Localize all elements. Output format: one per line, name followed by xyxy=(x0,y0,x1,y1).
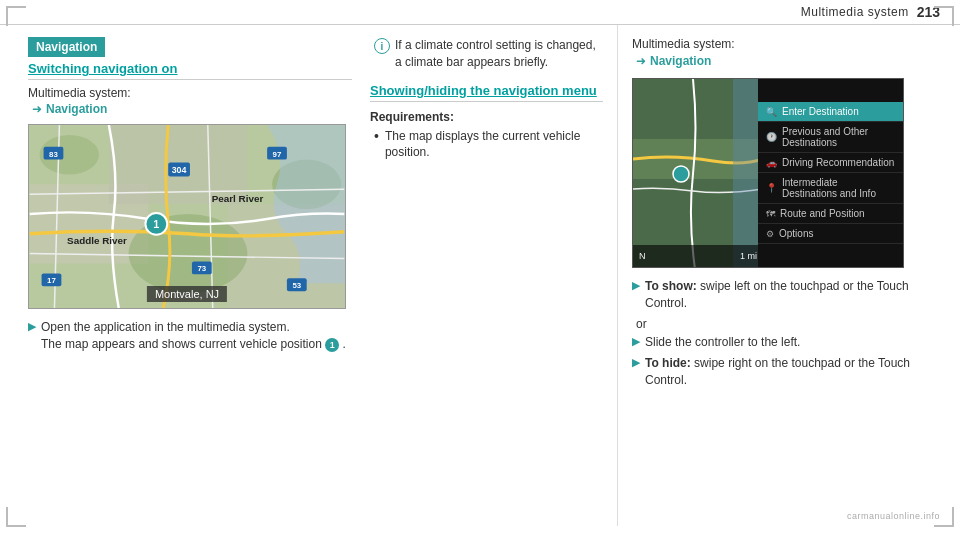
info-icon: i xyxy=(374,38,390,54)
left-column: Navigation Switching navigation on Multi… xyxy=(0,25,370,526)
menu-item-drive-rec[interactable]: 🚗 Driving Recommendation xyxy=(758,153,903,173)
menu-item-route-pos[interactable]: 🗺 Route and Position xyxy=(758,204,903,224)
bullet-text: Open the application in the multimedia s… xyxy=(41,319,346,353)
gear-icon: ⚙ xyxy=(766,229,774,239)
bullet-arrow-icon: ▶ xyxy=(28,320,36,333)
show-hide-heading: Showing/hiding the navigation menu xyxy=(370,83,603,102)
svg-point-30 xyxy=(673,166,689,182)
menu-item-options[interactable]: ⚙ Options xyxy=(758,224,903,244)
search-icon: 🔍 xyxy=(766,107,777,117)
nav-link-row-left: ➜ Navigation xyxy=(32,102,352,116)
map-container: 304 17 83 97 73 53 Pearl River Saddl xyxy=(28,124,346,309)
page-header: Multimedia system 213 xyxy=(0,0,960,25)
svg-text:83: 83 xyxy=(49,150,58,159)
nav-screen: N 1 mi 🔍 Enter Destination 🕐 Previous an… xyxy=(632,78,904,268)
req-text: The map displays the current vehicle pos… xyxy=(385,128,603,162)
right-nav-link: Navigation xyxy=(650,54,711,68)
svg-text:Pearl River: Pearl River xyxy=(212,193,264,204)
right-bullet-text-slide: Slide the controller to the left. xyxy=(645,334,800,351)
right-nav-link-row: ➜ Navigation xyxy=(636,54,940,68)
inline-marker: 1 xyxy=(325,338,339,352)
right-bullet-text-show: To show: swipe left on the touchpad or t… xyxy=(645,278,940,312)
car-icon: 🚗 xyxy=(766,158,777,168)
menu-item-label: Previous and Other Destinations xyxy=(782,126,895,148)
req-bullet: • The map displays the current vehicle p… xyxy=(374,128,603,162)
main-content: Navigation Switching navigation on Multi… xyxy=(0,25,960,526)
nav-link-left: Navigation xyxy=(46,102,107,116)
svg-text:304: 304 xyxy=(172,165,187,175)
svg-text:97: 97 xyxy=(273,150,282,159)
arrow-icon-left: ➜ xyxy=(32,102,42,116)
right-bullet-list-2: ▶ Slide the controller to the left. ▶ To… xyxy=(632,334,940,389)
map-location-label: Montvale, NJ xyxy=(147,286,227,302)
nav-map-svg xyxy=(633,79,763,268)
req-dot-icon: • xyxy=(374,128,379,145)
map-icon: 🗺 xyxy=(766,209,775,219)
watermark: carmanualonline.info xyxy=(847,511,940,521)
right-multimedia-label: Multimedia system: xyxy=(632,37,940,51)
svg-text:53: 53 xyxy=(292,281,301,290)
svg-text:1: 1 xyxy=(153,218,159,230)
corner-mark-bl xyxy=(6,507,26,527)
menu-item-label: Route and Position xyxy=(780,208,865,219)
map-svg: 304 17 83 97 73 53 Pearl River Saddl xyxy=(29,125,345,308)
multimedia-label-left: Multimedia system: xyxy=(28,86,352,100)
svg-text:17: 17 xyxy=(47,276,56,285)
nav-screen-map: N 1 mi xyxy=(633,79,763,267)
or-text: or xyxy=(636,317,940,331)
right-bullet-text-hide: To hide: swipe right on the touchpad or … xyxy=(645,355,940,389)
svg-text:73: 73 xyxy=(197,264,206,273)
corner-mark-tr xyxy=(934,6,954,26)
info-box: i If a climate control setting is change… xyxy=(370,37,603,71)
corner-mark-tl xyxy=(6,6,26,26)
right-column: Multimedia system: ➜ Navigation xyxy=(618,25,960,526)
right-bullet-arrow-icon-2: ▶ xyxy=(632,335,640,348)
menu-item-enter-dest[interactable]: 🔍 Enter Destination xyxy=(758,102,903,122)
right-arrow-icon: ➜ xyxy=(636,54,646,68)
right-list-item-show: ▶ To show: swipe left on the touchpad or… xyxy=(632,278,940,312)
right-bullet-arrow-icon-3: ▶ xyxy=(632,356,640,369)
svg-text:Saddle River: Saddle River xyxy=(67,235,127,246)
scale-label: 1 mi xyxy=(740,251,757,261)
menu-item-label: Options xyxy=(779,228,813,239)
left-bullet-list: ▶ Open the application in the multimedia… xyxy=(28,319,352,353)
menu-item-label: Intermediate Destinations and Info xyxy=(782,177,895,199)
compass-label: N xyxy=(639,251,646,261)
nav-screen-menu: 🔍 Enter Destination 🕐 Previous and Other… xyxy=(758,79,903,267)
nav-badge: Navigation xyxy=(28,37,105,57)
middle-column: i If a climate control setting is change… xyxy=(370,25,618,526)
right-bullet-arrow-icon: ▶ xyxy=(632,279,640,292)
clock-icon: 🕐 xyxy=(766,132,777,142)
pin-icon: 📍 xyxy=(766,183,777,193)
right-list-item-hide: ▶ To hide: swipe right on the touchpad o… xyxy=(632,355,940,389)
menu-item-prev-dest[interactable]: 🕐 Previous and Other Destinations xyxy=(758,122,903,153)
menu-item-label: Enter Destination xyxy=(782,106,859,117)
header-title: Multimedia system xyxy=(801,5,909,19)
menu-item-label: Driving Recommendation xyxy=(782,157,894,168)
right-bullet-list: ▶ To show: swipe left on the touchpad or… xyxy=(632,278,940,312)
info-text: If a climate control setting is changed,… xyxy=(395,37,599,71)
right-list-item-slide: ▶ Slide the controller to the left. xyxy=(632,334,940,351)
list-item: ▶ Open the application in the multimedia… xyxy=(28,319,352,353)
section-heading: Switching navigation on xyxy=(28,61,352,80)
nav-screen-bottom-bar: N 1 mi xyxy=(633,245,763,267)
menu-item-inter-dest[interactable]: 📍 Intermediate Destinations and Info xyxy=(758,173,903,204)
req-label: Requirements: xyxy=(370,110,603,124)
